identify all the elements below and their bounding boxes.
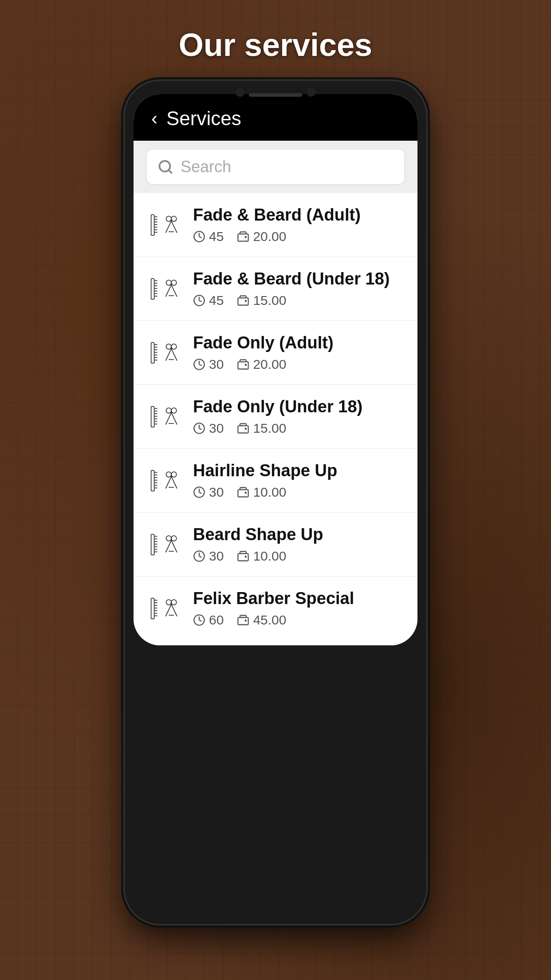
service-name: Fade & Beard (Adult) (193, 205, 404, 225)
svg-point-40 (166, 344, 172, 349)
service-meta: 45 20.00 (193, 229, 404, 244)
svg-point-56 (171, 408, 177, 413)
svg-rect-32 (151, 342, 154, 363)
service-price: 15.00 (237, 421, 286, 436)
service-duration: 30 (193, 357, 224, 372)
service-details-2: Fade & Beard (Under 18) 45 15.00 (193, 269, 404, 308)
service-duration: 30 (193, 485, 224, 500)
service-duration: 30 (193, 421, 224, 436)
service-price: 45.00 (237, 612, 286, 628)
service-icon-1 (147, 207, 182, 243)
service-meta: 60 45.00 (193, 612, 404, 628)
svg-line-103 (165, 603, 172, 616)
service-name: Fade & Beard (Under 18) (193, 269, 404, 288)
service-price: 10.00 (237, 549, 286, 564)
page-title: Our services (179, 27, 372, 63)
back-button[interactable]: ‹ (151, 109, 157, 128)
svg-line-1 (169, 170, 172, 173)
service-price: 15.00 (237, 293, 286, 308)
svg-point-31 (245, 300, 246, 301)
service-details-5: Hairline Shape Up 30 10.00 (193, 461, 404, 500)
header-title: Services (166, 107, 241, 130)
svg-line-88 (165, 539, 172, 552)
svg-point-76 (245, 492, 246, 493)
search-box[interactable]: Search (147, 150, 404, 184)
svg-point-86 (171, 536, 177, 541)
service-icon-7 (147, 591, 182, 626)
service-item[interactable]: Hairline Shape Up 30 10.00 (134, 449, 417, 513)
service-meta: 30 10.00 (193, 549, 404, 564)
search-icon (157, 159, 173, 175)
svg-point-71 (171, 472, 177, 477)
svg-rect-62 (151, 470, 154, 491)
svg-point-101 (171, 600, 177, 605)
svg-line-12 (171, 220, 177, 233)
service-meta: 30 20.00 (193, 357, 404, 372)
service-name: Beard Shape Up (193, 525, 404, 544)
svg-rect-2 (151, 214, 154, 235)
service-details-1: Fade & Beard (Adult) 45 20.00 (193, 205, 404, 244)
service-item[interactable]: Fade & Beard (Under 18) 45 15.00 (134, 257, 417, 321)
svg-rect-17 (151, 278, 154, 299)
service-item[interactable]: Felix Barber Special 60 45.00 (134, 577, 417, 645)
service-name: Hairline Shape Up (193, 461, 404, 480)
service-name: Fade Only (Adult) (193, 333, 404, 352)
app-header: ‹ Services (134, 94, 417, 141)
svg-rect-77 (151, 534, 154, 555)
svg-line-13 (165, 220, 172, 233)
service-item[interactable]: Fade Only (Adult) 30 20.00 (134, 321, 417, 385)
service-details-6: Beard Shape Up 30 10.00 (193, 525, 404, 564)
svg-point-61 (245, 428, 246, 429)
phone-device: ‹ Services Search (125, 81, 426, 924)
service-details-4: Fade Only (Under 18) 30 15.00 (193, 397, 404, 436)
service-details-7: Felix Barber Special 60 45.00 (193, 589, 404, 628)
search-input[interactable]: Search (181, 158, 231, 176)
service-duration: 60 (193, 612, 224, 628)
service-duration: 45 (193, 229, 224, 244)
service-price: 20.00 (237, 229, 286, 244)
svg-point-16 (245, 237, 246, 237)
service-item[interactable]: Fade & Beard (Adult) 45 20.00 (134, 193, 417, 257)
service-name: Fade Only (Under 18) (193, 397, 404, 416)
svg-rect-47 (151, 406, 154, 427)
services-list: Fade & Beard (Adult) 45 20.00 (134, 193, 417, 645)
phone-screen: ‹ Services Search (134, 94, 417, 645)
svg-rect-92 (151, 598, 154, 619)
search-container: Search (134, 141, 417, 193)
service-name: Felix Barber Special (193, 589, 404, 608)
svg-line-73 (165, 475, 172, 488)
svg-line-102 (171, 603, 177, 616)
svg-point-85 (166, 536, 172, 541)
service-icon-6 (147, 527, 182, 562)
svg-line-72 (171, 475, 177, 488)
svg-point-10 (166, 216, 172, 221)
service-duration: 45 (193, 293, 224, 308)
svg-point-25 (166, 280, 172, 285)
svg-point-46 (245, 364, 246, 365)
svg-point-100 (166, 600, 172, 605)
service-meta: 30 10.00 (193, 485, 404, 500)
svg-point-41 (171, 344, 177, 349)
service-icon-5 (147, 463, 182, 498)
svg-point-55 (166, 408, 172, 413)
svg-line-87 (171, 539, 177, 552)
svg-point-70 (166, 472, 172, 477)
service-details-3: Fade Only (Adult) 30 20.00 (193, 333, 404, 372)
svg-point-26 (171, 280, 177, 285)
service-meta: 30 15.00 (193, 421, 404, 436)
service-icon-4 (147, 399, 182, 435)
service-price: 20.00 (237, 357, 286, 372)
service-duration: 30 (193, 549, 224, 564)
service-meta: 45 15.00 (193, 293, 404, 308)
service-icon-3 (147, 335, 182, 371)
svg-point-91 (245, 556, 246, 557)
svg-point-106 (245, 620, 246, 621)
svg-point-11 (171, 216, 177, 221)
service-icon-2 (147, 271, 182, 307)
service-item[interactable]: Fade Only (Under 18) 30 15.00 (134, 385, 417, 449)
service-item[interactable]: Beard Shape Up 30 10.00 (134, 513, 417, 577)
service-price: 10.00 (237, 485, 286, 500)
